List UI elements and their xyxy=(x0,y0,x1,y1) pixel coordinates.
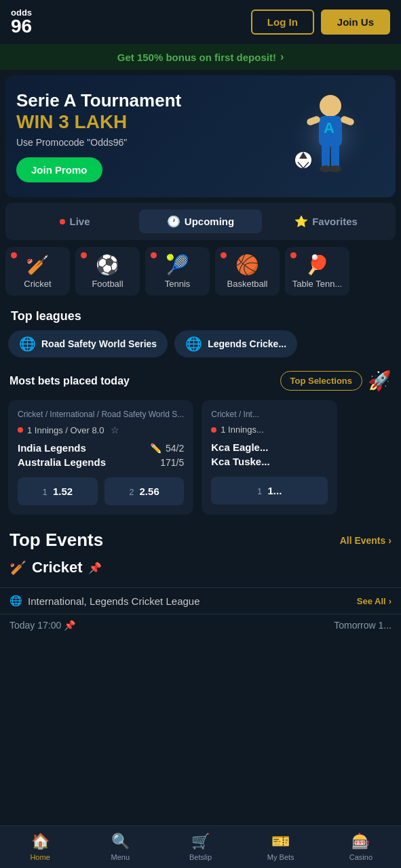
sport-basketball-label: Basketball xyxy=(227,279,268,289)
most-bets-header: Most bets placed today Top Selections 🚀 xyxy=(0,364,401,397)
card2-live-dot xyxy=(211,427,216,433)
globe-icon-2: 🌐 xyxy=(185,336,202,352)
top-leagues-title: Top leagues xyxy=(0,302,401,328)
card1-score1: 54/2 xyxy=(166,443,184,454)
basketball-icon: 🏀 xyxy=(235,254,259,276)
match-card-1: Cricket / International / Road Safety Wo… xyxy=(8,400,193,515)
home-icon: 🏠 xyxy=(31,833,50,850)
sport-football[interactable]: ⚽ Football xyxy=(75,247,140,296)
card1-breadcrumb: Cricket / International / Road Safety Wo… xyxy=(18,410,184,419)
card2-live-text: 1 Innings... xyxy=(221,425,264,435)
today-label: Today 17:00 📌 xyxy=(9,620,75,631)
match-card-2: Cricket / Int... 1 Innings... Kca Eagle.… xyxy=(202,400,337,515)
nav-casino[interactable]: 🎰 Casino xyxy=(321,826,401,868)
card1-team2-name: Australia Legends xyxy=(18,456,106,468)
nav-home[interactable]: 🏠 Home xyxy=(0,826,80,868)
league-globe-icon: 🌐 xyxy=(9,595,22,607)
svg-point-6 xyxy=(329,165,341,172)
pin-small-icon: 📌 xyxy=(64,620,75,631)
join-button[interactable]: Join Us xyxy=(321,9,390,35)
sport-basketball-dot xyxy=(221,252,227,258)
globe-icon-1: 🌐 xyxy=(19,336,36,352)
card1-score2: 171/5 xyxy=(160,457,184,468)
nav-menu[interactable]: 🔍 Menu xyxy=(80,826,160,868)
football-icon: ⚽ xyxy=(96,254,119,276)
see-all-label: See All xyxy=(357,596,386,606)
join-promo-button[interactable]: Join Promo xyxy=(16,157,102,182)
sport-tennis-dot xyxy=(151,252,157,258)
card1-team1-name: India Legends xyxy=(18,442,86,454)
casino-icon: 🎰 xyxy=(351,833,370,850)
see-all-link[interactable]: See All › xyxy=(357,596,392,606)
card1-odds2-label: 2 xyxy=(129,487,134,497)
card2-odds-1[interactable]: 1 1... xyxy=(211,477,328,505)
card1-odds2-val: 2.56 xyxy=(140,486,159,497)
betslip-icon: 🛒 xyxy=(191,833,210,850)
nav-betslip[interactable]: 🛒 Betslip xyxy=(160,826,240,868)
tennis-icon: 🎾 xyxy=(166,254,189,276)
card2-odds1-label: 1 xyxy=(257,486,262,496)
sport-table-tennis[interactable]: 🏓 Table Tenn... xyxy=(285,247,349,296)
logo-96: 96 xyxy=(11,17,32,36)
league-legends-label: Legends Cricke... xyxy=(208,338,286,349)
sport-tennis-label: Tennis xyxy=(165,279,191,289)
hero-win: WIN 3 LAKH xyxy=(16,111,181,133)
sport-tennis[interactable]: 🎾 Tennis xyxy=(145,247,210,296)
table-tennis-icon: 🏓 xyxy=(305,254,329,276)
sport-cricket-label: Cricket xyxy=(24,279,51,289)
tab-live[interactable]: Live xyxy=(14,210,136,233)
pin-icon: 📌 xyxy=(88,561,102,574)
top-events-title: Top Events xyxy=(9,530,103,551)
card2-odds1-val: 1... xyxy=(268,485,282,496)
nav-my-bets-label: My Bets xyxy=(267,853,294,861)
card2-team2-row: Kca Tuske... xyxy=(211,456,328,467)
tab-live-label: Live xyxy=(69,216,90,227)
card2-team2-name: Kca Tuske... xyxy=(211,456,269,467)
hero-title: Serie A Tournament xyxy=(16,90,181,111)
card1-odds-row: 1 1.52 2 2.56 xyxy=(18,477,184,505)
today-row: Today 17:00 📌 Tomorrow 1... xyxy=(0,614,401,636)
sport-basketball[interactable]: 🏀 Basketball xyxy=(215,247,280,296)
svg-point-1 xyxy=(320,95,341,117)
sport-tt-dot xyxy=(290,252,297,258)
see-all-arrow: › xyxy=(389,596,392,606)
sport-cricket-dot xyxy=(11,252,17,258)
nav-home-label: Home xyxy=(30,853,50,861)
filter-tabs: Live 🕐 Upcoming ⭐ Favorites xyxy=(5,203,396,240)
nav-casino-label: Casino xyxy=(349,853,373,861)
nav-my-bets[interactable]: 🎫 My Bets xyxy=(241,826,321,868)
sport-cricket[interactable]: 🏏 Cricket xyxy=(5,247,70,296)
tab-favorites[interactable]: ⭐ Favorites xyxy=(265,210,387,233)
card1-odds-1[interactable]: 1 1.52 xyxy=(18,477,98,505)
sport-football-dot xyxy=(81,252,87,258)
card1-star-icon[interactable]: ☆ xyxy=(111,425,119,435)
card1-odds-2[interactable]: 2 2.56 xyxy=(104,477,185,505)
card1-team2-row: Australia Legends 171/5 xyxy=(18,456,184,468)
my-bets-icon: 🎫 xyxy=(271,833,290,850)
card2-team1-name: Kca Eagle... xyxy=(211,441,268,453)
cricket-section: 🏏 Cricket 📌 xyxy=(0,555,401,587)
card1-live-row: 1 Innings / Over 8.0 ☆ xyxy=(18,425,184,435)
svg-rect-3 xyxy=(322,144,330,168)
cricket-header: 🏏 Cricket 📌 xyxy=(9,559,392,576)
clock-icon: 🕐 xyxy=(167,215,180,228)
header: odds 96 Log In Join Us xyxy=(0,0,401,44)
league-legends-cricket[interactable]: 🌐 Legends Cricke... xyxy=(174,330,297,357)
cricket-section-title: Cricket xyxy=(32,559,83,576)
league-road-safety-label: Road Safety World Series xyxy=(41,338,157,349)
league-road-safety[interactable]: 🌐 Road Safety World Series xyxy=(8,330,168,357)
top-promo-banner[interactable]: Get 150% bonus on first deposit! › xyxy=(0,44,401,70)
leagues-row: 🌐 Road Safety World Series 🌐 Legends Cri… xyxy=(0,328,401,364)
all-events-label: All Events xyxy=(340,535,386,546)
all-events-arrow: › xyxy=(388,535,392,546)
logo: odds 96 xyxy=(11,8,32,36)
today-text: Today 17:00 xyxy=(9,620,61,631)
card1-odds1-label: 1 xyxy=(43,487,47,497)
top-selections-button[interactable]: Top Selections xyxy=(280,371,363,391)
login-button[interactable]: Log In xyxy=(251,9,314,35)
hero-image: A xyxy=(276,89,385,184)
all-events-link[interactable]: All Events › xyxy=(340,535,392,546)
menu-icon: 🔍 xyxy=(111,833,130,850)
header-buttons: Log In Join Us xyxy=(251,9,390,35)
tab-upcoming[interactable]: 🕐 Upcoming xyxy=(139,210,262,233)
